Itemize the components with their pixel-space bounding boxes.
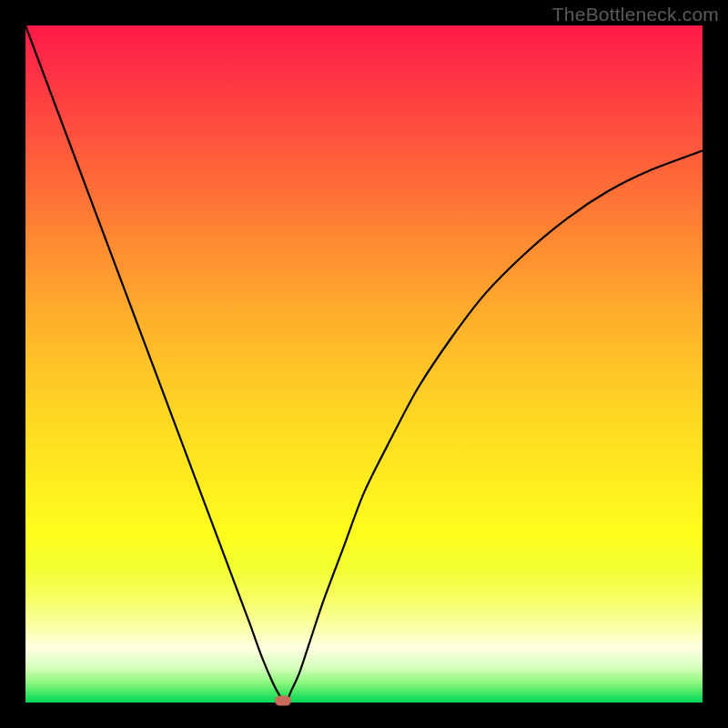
minimum-marker <box>275 695 291 705</box>
plot-area <box>25 25 703 703</box>
chart-container: TheBottleneck.com <box>0 0 728 728</box>
watermark-text: TheBottleneck.com <box>552 4 719 25</box>
bottleneck-curve <box>25 25 703 703</box>
